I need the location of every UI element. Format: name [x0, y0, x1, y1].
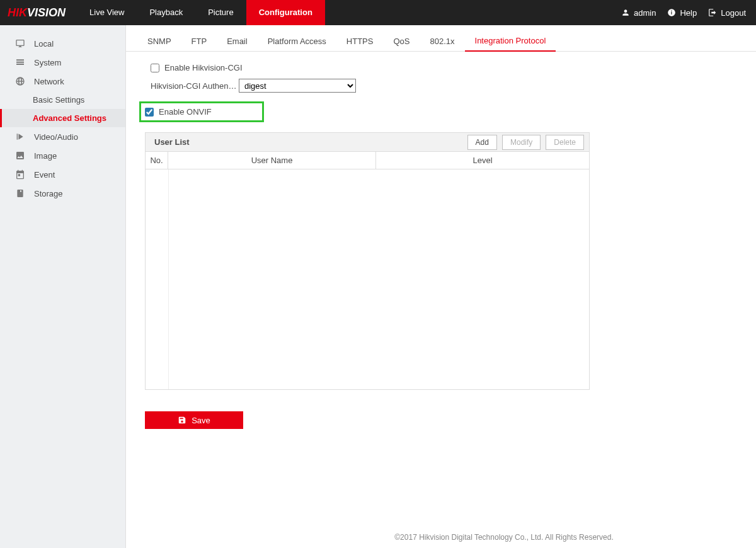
- sidebar-storage[interactable]: Storage: [0, 184, 125, 203]
- storage-icon: [15, 188, 25, 198]
- tab-qos[interactable]: QoS: [383, 30, 420, 51]
- enable-onvif-label: Enable ONVIF: [159, 107, 212, 117]
- sidebar-basic-settings[interactable]: Basic Settings: [0, 91, 125, 109]
- sidebar-network-label: Network: [34, 77, 64, 86]
- logout-icon: [708, 8, 717, 17]
- sidebar-image[interactable]: Image: [0, 146, 125, 165]
- tab-snmp[interactable]: SNMP: [137, 30, 181, 51]
- logo: HIKVISION: [0, 6, 77, 20]
- user-list: User List Add Modify Delete No. User Nam…: [145, 132, 590, 390]
- footer: ©2017 Hikvision Digital Technology Co., …: [252, 527, 756, 548]
- enable-cgi-checkbox[interactable]: [151, 64, 159, 72]
- nav-playback[interactable]: Playback: [137, 0, 195, 25]
- sidebar-event[interactable]: Event: [0, 165, 125, 184]
- tab-platform-access[interactable]: Platform Access: [258, 30, 336, 51]
- save-icon: [178, 416, 186, 425]
- top-nav: Live View Playback Picture Configuration: [77, 0, 325, 25]
- save-label: Save: [192, 416, 210, 425]
- system-icon: [15, 57, 25, 67]
- sidebar: Local System Network Basic Settings Adva…: [0, 25, 126, 548]
- subtabs: SNMP FTP Email Platform Access HTTPS QoS…: [126, 25, 756, 52]
- tab-ftp[interactable]: FTP: [181, 30, 217, 51]
- sidebar-system[interactable]: System: [0, 53, 125, 72]
- col-username: User Name: [168, 152, 376, 169]
- image-icon: [15, 151, 25, 161]
- logo-part1: HIK: [8, 6, 27, 20]
- user-list-title: User List: [151, 137, 462, 147]
- user-list-table: No. User Name Level: [145, 151, 590, 169]
- help-link[interactable]: i Help: [667, 8, 697, 18]
- save-button[interactable]: Save: [145, 411, 243, 429]
- help-label: Help: [680, 8, 697, 18]
- svg-text:i: i: [671, 10, 672, 16]
- delete-button[interactable]: Delete: [546, 135, 584, 150]
- current-user[interactable]: admin: [621, 8, 656, 18]
- user-icon: [621, 8, 630, 17]
- nav-configuration[interactable]: Configuration: [246, 0, 325, 25]
- sidebar-system-label: System: [34, 58, 61, 67]
- enable-onvif-checkbox[interactable]: [145, 108, 154, 117]
- logo-part2: VISION: [27, 6, 66, 20]
- tab-email[interactable]: Email: [217, 30, 258, 51]
- globe-icon: [15, 76, 25, 86]
- current-user-label: admin: [634, 8, 656, 18]
- monitor-icon: [15, 38, 25, 49]
- logout-label: Logout: [721, 8, 746, 18]
- event-icon: [15, 169, 25, 180]
- logout-link[interactable]: Logout: [708, 8, 746, 18]
- tab-8021x[interactable]: 802.1x: [420, 30, 464, 51]
- col-level: Level: [376, 152, 590, 169]
- video-audio-icon: [15, 132, 25, 142]
- help-icon: i: [667, 8, 676, 17]
- user-list-body: [145, 169, 590, 390]
- sidebar-video-audio-label: Video/Audio: [34, 132, 78, 142]
- tab-https[interactable]: HTTPS: [336, 30, 384, 51]
- nav-live-view[interactable]: Live View: [77, 0, 137, 25]
- sidebar-network[interactable]: Network: [0, 72, 125, 91]
- nav-picture[interactable]: Picture: [195, 0, 246, 25]
- sidebar-local-label: Local: [34, 39, 54, 49]
- col-no: No.: [146, 152, 168, 169]
- enable-cgi-label: Enable Hikvision-CGI: [164, 63, 243, 72]
- cgi-auth-select[interactable]: digest: [239, 79, 356, 93]
- sidebar-image-label: Image: [34, 151, 57, 161]
- add-button[interactable]: Add: [467, 135, 497, 150]
- sidebar-video-audio[interactable]: Video/Audio: [0, 127, 125, 146]
- tab-integration-protocol[interactable]: Integration Protocol: [465, 30, 556, 52]
- modify-button[interactable]: Modify: [502, 135, 541, 150]
- cgi-auth-label: Hikvision-CGI Authenticat...: [151, 81, 239, 91]
- sidebar-local[interactable]: Local: [0, 34, 125, 53]
- enable-onvif-highlight: Enable ONVIF: [139, 101, 264, 122]
- sidebar-advanced-settings[interactable]: Advanced Settings: [0, 109, 125, 127]
- sidebar-storage-label: Storage: [34, 189, 63, 198]
- sidebar-event-label: Event: [34, 170, 55, 180]
